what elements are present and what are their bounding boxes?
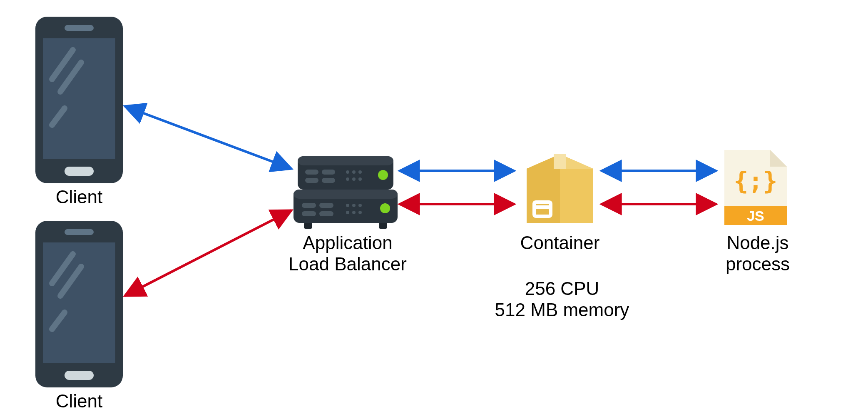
connectors [125, 106, 716, 296]
svg-point-35 [346, 170, 349, 174]
svg-point-23 [346, 211, 349, 214]
svg-point-40 [358, 177, 362, 181]
svg-rect-19 [319, 211, 333, 216]
svg-rect-3 [65, 167, 94, 176]
svg-point-22 [358, 204, 362, 207]
client-phone-top-icon [35, 17, 123, 183]
svg-rect-18 [302, 211, 316, 216]
svg-rect-30 [298, 156, 393, 165]
svg-point-39 [352, 177, 356, 181]
container-label: Container [508, 232, 612, 254]
arrow-client-top-to-lb [125, 106, 291, 169]
svg-rect-32 [322, 170, 335, 175]
svg-rect-10 [65, 371, 94, 380]
load-balancer-icon [293, 156, 398, 229]
svg-point-36 [352, 170, 356, 174]
svg-point-41 [378, 170, 388, 180]
client-phone-bottom-icon [35, 221, 123, 387]
arrow-client-bottom-to-lb [125, 210, 291, 296]
svg-text:{;}: {;} [734, 167, 778, 195]
nodejs-file-icon: {;} JS [724, 150, 787, 225]
nodejs-label: Node.js process [716, 232, 799, 275]
svg-rect-16 [302, 203, 316, 208]
svg-rect-31 [305, 170, 318, 175]
load-balancer-label: Application Load Balancer [277, 232, 418, 275]
client-top-label: Client [37, 187, 121, 208]
svg-point-38 [346, 177, 349, 181]
svg-point-20 [346, 204, 349, 207]
svg-rect-34 [322, 178, 335, 183]
svg-rect-17 [319, 203, 333, 208]
svg-rect-9 [65, 229, 94, 235]
svg-point-24 [352, 211, 356, 214]
container-spec-label: 256 CPU 512 MB memory [483, 278, 641, 320]
container-box-icon [527, 154, 593, 223]
svg-rect-1 [43, 38, 115, 159]
svg-point-26 [380, 203, 390, 213]
architecture-diagram: {;} JS [0, 0, 868, 417]
svg-rect-33 [305, 178, 318, 183]
svg-rect-28 [379, 223, 387, 229]
client-bottom-label: Client [37, 391, 121, 412]
js-badge-text: JS [747, 208, 764, 224]
svg-rect-8 [43, 242, 115, 363]
svg-rect-15 [293, 190, 398, 199]
svg-point-21 [352, 204, 356, 207]
svg-point-25 [358, 211, 362, 214]
svg-rect-27 [304, 223, 312, 229]
svg-point-37 [358, 170, 362, 174]
svg-rect-2 [65, 25, 94, 31]
